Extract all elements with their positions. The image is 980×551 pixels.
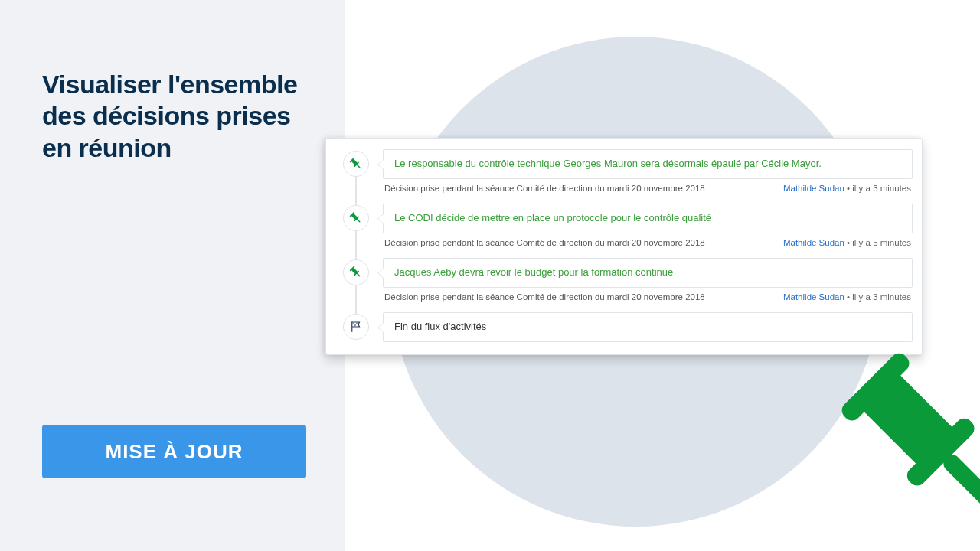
headline: Visualiser l'ensemble des décisions pris… <box>42 69 306 164</box>
timestamp: il y a 3 minutes <box>852 184 911 193</box>
entry-byline: Mathilde Sudan • il y a 3 minutes <box>783 292 911 302</box>
decision-context: Décision prise pendant la séance Comité … <box>384 238 705 247</box>
end-of-feed-label: Fin du flux d'activités <box>383 312 913 342</box>
gavel-icon <box>343 205 369 231</box>
timestamp: il y a 3 minutes <box>852 292 911 302</box>
author-link[interactable]: Mathilde Sudan <box>783 238 844 247</box>
entry-byline: Mathilde Sudan • il y a 3 minutes <box>783 184 911 193</box>
decision-context: Décision prise pendant la séance Comité … <box>384 292 705 302</box>
timeline: Le responsable du contrôle technique Geo… <box>326 145 922 348</box>
feed-end-entry: Fin du flux d'activités <box>326 308 922 348</box>
flag-icon <box>343 314 369 340</box>
timestamp: il y a 5 minutes <box>852 238 911 247</box>
author-link[interactable]: Mathilde Sudan <box>783 292 844 302</box>
gavel-icon <box>343 259 369 285</box>
activity-feed-card: Le responsable du contrôle technique Geo… <box>325 138 923 355</box>
svg-rect-15 <box>940 452 980 527</box>
decision-context: Décision prise pendant la séance Comité … <box>384 184 705 193</box>
decision-title[interactable]: Le responsable du contrôle technique Geo… <box>383 149 913 179</box>
info-panel: Visualiser l'ensemble des décisions pris… <box>0 0 345 551</box>
feed-entry: Le CODI décide de mettre en place un pro… <box>326 199 922 253</box>
preview-panel: Le responsable du contrôle technique Geo… <box>345 0 980 551</box>
feed-entry: Le responsable du contrôle technique Geo… <box>326 145 922 199</box>
svg-rect-7 <box>357 218 361 222</box>
svg-rect-3 <box>357 165 361 168</box>
entry-byline: Mathilde Sudan • il y a 5 minutes <box>783 238 911 247</box>
gavel-icon <box>343 151 369 177</box>
feed-entry: Jacques Aeby devra revoir le budget pour… <box>326 253 922 308</box>
decision-title[interactable]: Jacques Aeby devra revoir le budget pour… <box>383 258 913 288</box>
svg-rect-11 <box>357 272 361 276</box>
entry-meta: Décision prise pendant la séance Comité … <box>383 292 913 302</box>
entry-meta: Décision prise pendant la séance Comité … <box>383 238 913 247</box>
update-button[interactable]: MISE À JOUR <box>42 425 306 478</box>
entry-meta: Décision prise pendant la séance Comité … <box>383 184 913 193</box>
author-link[interactable]: Mathilde Sudan <box>783 184 844 193</box>
decision-title[interactable]: Le CODI décide de mettre en place un pro… <box>383 204 913 233</box>
gavel-illustration-icon <box>812 344 980 551</box>
